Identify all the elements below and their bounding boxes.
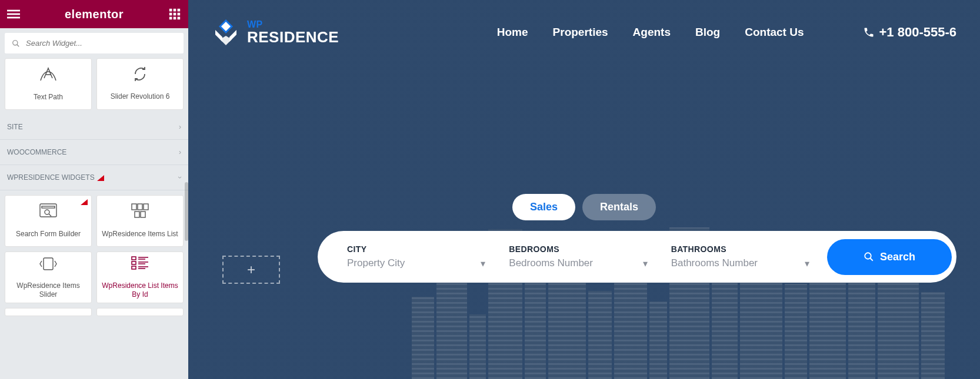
widget-search-form-builder[interactable]: Search Form Builder — [5, 195, 92, 247]
phone-icon — [863, 26, 875, 38]
field-bathrooms-select[interactable]: Bathrooms Number ▾ — [671, 257, 809, 269]
tab-sales[interactable]: Sales — [512, 194, 575, 220]
nav-blog[interactable]: Blog — [695, 26, 720, 39]
wpresidence-widget-grid: Search Form Builder WpResidence Items Li… — [0, 190, 188, 308]
field-bedrooms-label: BEDROOMS — [509, 244, 647, 254]
category-label: WPRESIDENCE WIDGETS — [7, 173, 104, 182]
top-widget-grid: Text Path Slider Revolution 6 — [0, 58, 188, 115]
search-icon — [12, 39, 20, 48]
widget-list-items-by-id[interactable]: WpResidence List Items By Id — [96, 251, 184, 303]
widget-search — [0, 28, 188, 58]
field-bedrooms: BEDROOMS Bedrooms Number ▾ — [497, 244, 659, 269]
widget-label: Text Path — [30, 93, 66, 101]
chevron-down-icon: ▾ — [643, 258, 648, 269]
widget-label: WpResidence Items List — [98, 230, 181, 238]
svg-rect-24 — [132, 257, 136, 260]
svg-rect-5 — [178, 9, 181, 12]
svg-rect-2 — [7, 17, 20, 19]
svg-rect-26 — [132, 266, 136, 269]
field-bathrooms-label: BATHROOMS — [671, 244, 809, 254]
widget-label: Slider Revolution 6 — [107, 92, 174, 100]
field-city-select[interactable]: Property City ▾ — [347, 257, 485, 269]
svg-rect-3 — [169, 9, 172, 12]
nav-contact[interactable]: Contact Us — [745, 26, 804, 39]
widget-label: WpResidence List Items By Id — [97, 281, 183, 298]
elementor-dropzone[interactable]: + — [222, 256, 280, 284]
svg-rect-21 — [135, 212, 139, 217]
svg-rect-0 — [7, 10, 20, 12]
svg-rect-23 — [44, 258, 53, 270]
search-button[interactable]: Search — [827, 239, 952, 275]
chevron-down-icon: ▾ — [481, 258, 485, 269]
svg-rect-19 — [138, 204, 142, 210]
widget-items-list[interactable]: WpResidence Items List — [96, 195, 184, 247]
sidebar-header: elementor — [0, 0, 188, 28]
tab-rentals[interactable]: Rentals — [582, 194, 656, 220]
widget-slider-revolution[interactable]: Slider Revolution 6 — [96, 58, 184, 110]
svg-line-13 — [17, 44, 19, 46]
plus-icon: + — [247, 261, 255, 278]
nav-agents[interactable]: Agents — [633, 26, 671, 39]
category-label: WOOCOMMERCE — [7, 148, 66, 156]
page-preview: WP RESIDENCE Home Properties Agents Blog… — [188, 0, 980, 379]
chevron-down-icon: ▾ — [805, 258, 809, 269]
widget-card-peek[interactable] — [5, 308, 92, 316]
category-label: SITE — [7, 123, 23, 131]
hamburger-icon[interactable] — [7, 8, 20, 21]
widget-items-slider[interactable]: WpResidence Items Slider — [5, 251, 92, 303]
widget-label: Search Form Builder — [12, 230, 84, 238]
red-triangle-icon — [97, 175, 104, 181]
field-city-placeholder: Property City — [347, 257, 405, 269]
search-button-label: Search — [880, 251, 915, 263]
widget-label: WpResidence Items Slider — [5, 281, 91, 298]
svg-rect-9 — [169, 17, 172, 20]
chevron-right-icon: › — [179, 148, 181, 156]
logo-text-residence: RESIDENCE — [247, 29, 339, 45]
category-site[interactable]: SITE › — [0, 115, 188, 140]
search-icon — [864, 251, 874, 262]
sidebar-brand: elementor — [65, 8, 124, 21]
svg-rect-20 — [144, 204, 148, 210]
field-bedrooms-select[interactable]: Bedrooms Number ▾ — [509, 257, 647, 269]
field-bathrooms: BATHROOMS Bathrooms Number ▾ — [659, 244, 821, 269]
site-logo[interactable]: WP RESIDENCE — [212, 18, 339, 46]
category-wpresidence-widgets[interactable]: WPRESIDENCE WIDGETS › — [0, 165, 188, 190]
main-nav: Home Properties Agents Blog Contact Us — [497, 26, 804, 39]
property-search-bar: CITY Property City ▾ BEDROOMS Bedrooms N… — [318, 231, 956, 283]
svg-rect-6 — [169, 13, 172, 16]
svg-rect-18 — [132, 204, 136, 210]
widget-text-path[interactable]: Text Path — [5, 58, 92, 110]
nav-properties[interactable]: Properties — [553, 26, 608, 39]
items-slider-icon — [39, 256, 57, 274]
chevron-down-icon: › — [176, 176, 184, 179]
category-woocommerce[interactable]: WOOCOMMERCE › — [0, 140, 188, 165]
svg-rect-11 — [178, 17, 181, 20]
svg-point-38 — [865, 253, 871, 259]
svg-rect-25 — [132, 261, 136, 264]
apps-grid-icon[interactable] — [168, 8, 181, 21]
field-bedrooms-placeholder: Bedrooms Number — [509, 257, 593, 269]
svg-rect-22 — [141, 212, 145, 217]
logo-icon — [212, 18, 240, 46]
widget-card-peek[interactable] — [96, 308, 184, 316]
phone-number: +1 800-555-6 — [879, 25, 957, 40]
widget-search-input[interactable] — [5, 33, 184, 53]
site-header: WP RESIDENCE Home Properties Agents Blog… — [188, 0, 980, 65]
svg-rect-7 — [174, 13, 176, 16]
svg-rect-8 — [178, 13, 181, 16]
items-list-icon — [131, 203, 149, 223]
elementor-sidebar: elementor Text Path Slider Revolution 6 … — [0, 0, 188, 379]
svg-rect-4 — [174, 9, 176, 12]
header-phone[interactable]: +1 800-555-6 — [863, 25, 957, 40]
chevron-right-icon: › — [179, 123, 181, 131]
svg-line-39 — [870, 258, 873, 261]
svg-point-16 — [45, 210, 49, 214]
text-path-icon — [39, 66, 57, 86]
nav-home[interactable]: Home — [497, 26, 528, 39]
list-items-by-id-icon — [131, 256, 149, 274]
field-city: CITY Property City ▾ — [335, 244, 497, 269]
next-row-peek — [0, 308, 188, 321]
red-triangle-icon — [81, 199, 88, 205]
field-bathrooms-placeholder: Bathrooms Number — [671, 257, 758, 269]
search-tabs: Sales Rentals — [188, 194, 980, 220]
